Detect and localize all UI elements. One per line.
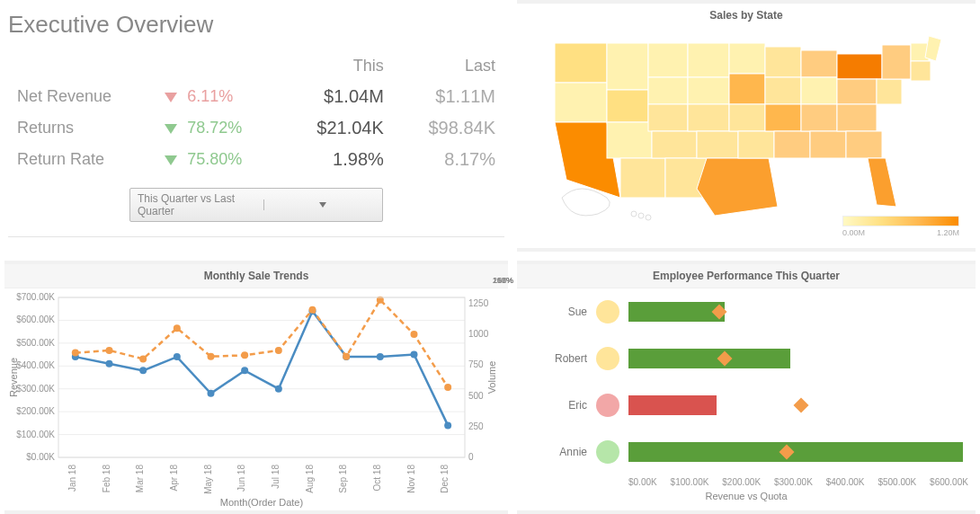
state-id <box>607 90 648 122</box>
state-ar <box>738 131 774 158</box>
svg-text:0: 0 <box>468 452 474 462</box>
svg-point-59 <box>411 331 418 338</box>
svg-point-54 <box>241 351 248 359</box>
state-oh <box>801 50 837 77</box>
svg-text:1250: 1250 <box>468 298 489 308</box>
monthly-sale-trends-chart: $0.00K$100.00K$200.00K$300.00K$400.00K$5… <box>4 288 506 511</box>
svg-point-55 <box>275 347 282 354</box>
state-mo <box>729 104 765 131</box>
state-az <box>620 158 665 198</box>
card-title: Employee Performance This Quarter <box>517 264 976 288</box>
state-mi <box>765 47 801 77</box>
employee-status-dot: 51% <box>596 394 619 417</box>
state-wa <box>555 43 607 83</box>
svg-text:Dec 18: Dec 18 <box>440 465 450 493</box>
axis-tick: $600.00K <box>930 477 968 487</box>
kpi-last: $98.84K <box>393 112 504 144</box>
state-me <box>925 36 941 61</box>
state-il <box>729 74 765 104</box>
kpi-this: $1.04M <box>281 81 393 112</box>
svg-point-39 <box>139 367 147 374</box>
kpi-table: This Last Net Revenue 6.11% $1.04M $1.11… <box>8 51 504 175</box>
svg-text:Aug 18: Aug 18 <box>305 465 315 493</box>
state-or <box>555 83 607 122</box>
svg-text:Volume: Volume <box>486 361 497 394</box>
employee-chart-xlabel: Revenue vs Quota <box>517 491 976 501</box>
employee-row: Annie210% <box>517 429 976 475</box>
state-sd <box>648 77 688 104</box>
state-in <box>765 77 801 104</box>
svg-point-56 <box>309 306 316 314</box>
caret-down-icon <box>165 155 177 165</box>
employee-status-dot: 107% <box>596 300 619 323</box>
employee-chart-axis: $0.00K$100.00K$200.00K$300.00K$400.00K$5… <box>628 477 968 487</box>
employee-quota-marker <box>794 398 809 413</box>
state-ny <box>882 45 911 79</box>
employee-bar <box>628 349 790 368</box>
state-tn <box>801 104 837 131</box>
map-legend-gradient <box>842 216 959 226</box>
axis-tick: $0.00K <box>628 477 657 487</box>
state-mt <box>607 43 648 90</box>
svg-text:$500.00K: $500.00K <box>16 338 55 348</box>
svg-text:Feb 18: Feb 18 <box>102 465 111 493</box>
kpi-label: Return Rate <box>8 144 156 175</box>
kpi-label: Returns <box>8 112 156 144</box>
employee-pct: 210% <box>481 276 513 285</box>
employee-name: Eric <box>524 399 596 412</box>
axis-tick: $100.00K <box>671 477 709 487</box>
state-tx <box>697 158 778 216</box>
kpi-row: Net Revenue 6.11% $1.04M $1.11M <box>8 81 504 112</box>
employee-bar <box>628 395 717 415</box>
kpi-change: 75.80% <box>156 144 281 175</box>
svg-point-1 <box>631 211 637 217</box>
svg-marker-0 <box>319 202 326 208</box>
card-title: Sales by State <box>517 4 976 27</box>
us-map <box>535 27 958 225</box>
axis-tick: $200.00K <box>722 477 761 487</box>
axis-tick: $500.00K <box>878 477 916 487</box>
kpi-this: $21.04K <box>281 112 393 144</box>
divider <box>8 236 504 237</box>
svg-point-40 <box>174 353 181 360</box>
state-ma <box>911 61 931 81</box>
caret-down-icon <box>165 93 177 102</box>
employee-name: Robert <box>524 352 596 365</box>
period-selector[interactable]: This Quarter vs Last Quarter <box>129 188 383 222</box>
employee-name: Annie <box>524 446 596 458</box>
svg-point-50 <box>106 347 113 354</box>
employee-row: Eric51% <box>517 382 976 429</box>
state-ms <box>774 131 810 158</box>
axis-tick: $300.00K <box>774 477 813 487</box>
svg-point-42 <box>241 367 248 374</box>
state-va <box>837 79 877 104</box>
svg-text:Revenue: Revenue <box>8 358 19 397</box>
kpi-col-last: Last <box>393 51 504 81</box>
map-legend-min: 0.00M <box>842 228 865 237</box>
svg-text:$0.00K: $0.00K <box>26 452 55 462</box>
svg-text:Jun 18: Jun 18 <box>236 465 246 492</box>
employee-row: Robert168% <box>517 335 976 382</box>
svg-text:Oct 18: Oct 18 <box>372 465 382 492</box>
svg-point-2 <box>638 213 644 218</box>
employee-status-dot: 210% <box>596 440 619 464</box>
map-legend-max: 1.20M <box>937 228 959 237</box>
employee-track <box>628 349 968 368</box>
state-pa <box>837 54 882 79</box>
state-co <box>652 131 697 158</box>
kpi-last: $1.11M <box>393 81 504 112</box>
state-ok <box>697 131 738 158</box>
kpi-col-this: This <box>281 51 393 81</box>
employee-bar <box>628 302 725 322</box>
employee-name: Sue <box>524 306 596 318</box>
svg-point-53 <box>208 353 215 360</box>
svg-text:Nov 18: Nov 18 <box>406 465 416 493</box>
svg-point-43 <box>275 386 282 393</box>
state-nd <box>648 43 688 77</box>
card-title: Monthly Sale Trends <box>4 264 508 288</box>
svg-point-38 <box>106 360 113 368</box>
svg-point-46 <box>377 353 384 360</box>
chevron-down-icon[interactable] <box>263 199 383 210</box>
svg-text:750: 750 <box>468 359 484 369</box>
svg-point-57 <box>343 353 350 360</box>
